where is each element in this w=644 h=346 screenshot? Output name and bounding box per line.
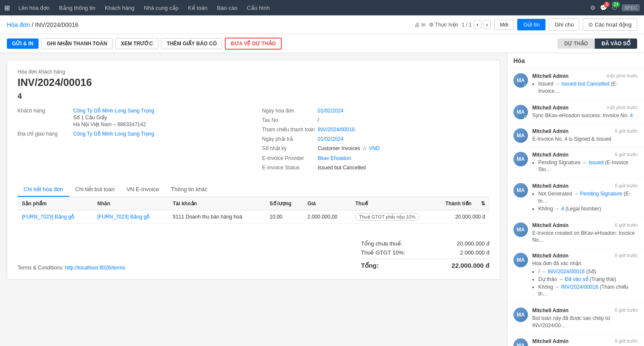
- prev-button[interactable]: ‹: [474, 20, 481, 29]
- nav-ke-toan[interactable]: Kế toán: [185, 5, 211, 11]
- xemtruoc-button[interactable]: XEM TRƯỚC: [115, 38, 158, 49]
- thuchien-button[interactable]: ⚙ Thực hiện: [429, 22, 458, 28]
- chat-name-1: Mitchell Admin: [532, 105, 569, 111]
- nav-nha-cung-cap[interactable]: Nhà cung cấp: [140, 5, 182, 11]
- nav-bao-cao[interactable]: Báo cáo: [214, 5, 241, 11]
- chat-body-1: Mitchell Admin một phút trước Sync BKav-…: [532, 105, 638, 119]
- chat-name-3: Mitchell Admin: [532, 152, 569, 158]
- thamchieu-value[interactable]: INV/2024/00016: [318, 127, 355, 133]
- invoice-left-fields: Khách hàng Công Ty Gỗ Minh Long Sang Trọ…: [18, 108, 245, 174]
- currency-sep: ở: [363, 145, 366, 152]
- pagination-text: 1 / 1: [462, 22, 471, 28]
- tab-thongtin-khac[interactable]: Thông tin khác: [165, 183, 213, 197]
- chat-name-0: Mitchell Admin: [532, 73, 569, 79]
- chat-item-3: MA Mitchell Admin 6 giờ trước Pending Si…: [507, 148, 644, 179]
- tab-vn-einvoice[interactable]: VN E-Invoice: [120, 183, 165, 197]
- ghichu-button[interactable]: Ghi chú: [549, 18, 579, 31]
- invoice-table: Sản phẩm Nhãn Tài khoản Số lượng Giá Thu…: [18, 197, 489, 224]
- field-ngayphaitra: Ngày phải trả 01/02/2024: [262, 136, 489, 142]
- diachigiao-value[interactable]: Công Ty Gỗ Minh Long Sang Trọng: [73, 131, 154, 137]
- chat-text-5: E-Invoice created on BKav-eHoadon: Invoi…: [532, 230, 638, 244]
- tab-chitiet-hoadon[interactable]: Chi tiết hóa đơn: [18, 183, 69, 197]
- address2: Hà Nội Việt Nam – 8863347142: [73, 121, 154, 127]
- ngayphaitra-value[interactable]: 01/02/2024: [318, 136, 343, 142]
- nav-khach-hang[interactable]: Khách hàng: [101, 5, 138, 11]
- pagination: 1 / 1 ‹ ›: [462, 20, 491, 29]
- chat-text-3: Pending Signature → Issued (E-Invoice St…: [532, 159, 638, 174]
- chat-item-6: MA Mitchell Admin 6 giờ trước Hóa đơn đã…: [507, 248, 644, 303]
- avatar-5: MA: [513, 222, 528, 237]
- chat-body-7: Mitchell Admin 6 giờ trước Bút toán này …: [532, 308, 638, 329]
- terms-link[interactable]: http://localhost:8026/terms: [65, 265, 125, 271]
- avatar-8: MA: [513, 338, 528, 346]
- chat-time-7: 6 giờ trước: [615, 308, 638, 313]
- duaveduthao-button[interactable]: ĐƯA VỀ DỰ THẢO: [225, 38, 282, 50]
- field-sonhatky: Số nhật ký Customer Invoices ở VND: [262, 145, 489, 152]
- guiin-button[interactable]: GỬI & IN: [7, 38, 39, 49]
- chat-item-0: MA Mitchell Admin một phút trước Issued …: [507, 69, 644, 101]
- ghinhanthanhtoan-button[interactable]: GHI NHẬN THANH TOÁN: [41, 38, 113, 49]
- cell-taikhoan: 5111 Doanh thu bán hàng hoá: [169, 210, 265, 224]
- chat-item-5: MA Mitchell Admin 6 giờ trước E-Invoice …: [507, 218, 644, 249]
- chat-name-7: Mitchell Admin: [532, 308, 569, 313]
- col-taikhoan: Tài khoản: [169, 197, 265, 210]
- sidebar-chat: Hóa MA Mitchell Admin một phút trước Iss…: [507, 53, 644, 346]
- cell-nhan[interactable]: [FURN_7023] Bảng gỗ: [93, 210, 168, 224]
- chat-icon[interactable]: 💬8: [600, 4, 607, 11]
- print-button[interactable]: 🖨 In: [414, 22, 425, 28]
- ngayhoadon-value[interactable]: 01/02/2024: [318, 108, 343, 114]
- hoatdong-button[interactable]: ⊙ Các hoạt động: [583, 18, 637, 31]
- themgiaybao-button[interactable]: THÊM GIẤY BÁO CÓ: [161, 38, 222, 49]
- field-einvoice-status: E-Invoice Status Issued but Cancelled: [262, 165, 489, 171]
- breadcrumb-base[interactable]: Hóa đơn: [7, 21, 30, 28]
- chat-item-1: MA Mitchell Admin một phút trước Sync BK…: [507, 101, 644, 124]
- guitin-button[interactable]: Gửi tin: [517, 19, 546, 30]
- chat-item-7: MA Mitchell Admin 6 giờ trước Bút toán n…: [507, 303, 644, 334]
- chat-name-8: Mitchell Admin: [532, 338, 569, 344]
- address1: Số 1 Cầu Giấy: [73, 115, 154, 121]
- status-area: DỰ THẢO ĐÃ VÀO SỔ: [558, 38, 637, 49]
- invoice-footer-terms: Terms & Conditions: http://localhost:802…: [18, 265, 125, 271]
- invoice-number: INV/2024/00016: [18, 77, 489, 89]
- col-nhan: Nhãn: [93, 197, 168, 210]
- avatar-3: MA: [513, 152, 528, 166]
- chat-text-7: Bút toán này đã được sao chép từ INV/202…: [532, 315, 638, 329]
- chat-item-8: MA Mitchell Admin 6 giờ trước Hóa đơn đã…: [507, 334, 644, 346]
- nav-bang-thong-tin[interactable]: Bảng thông tin: [56, 5, 99, 11]
- main-layout: Hóa đơn khách hàng INV/2024/00016 4 Khác…: [0, 53, 644, 346]
- currency[interactable]: VND: [369, 145, 379, 151]
- apps-icon[interactable]: ⊞: [4, 4, 10, 12]
- chat-body-2: Mitchell Admin 6 giờ trước E-Invoice No.…: [532, 128, 638, 143]
- einvoice-provider-value[interactable]: Bkav Ehoadon: [318, 155, 351, 161]
- status-duthao[interactable]: DỰ THẢO: [558, 38, 595, 49]
- avatar-0: MA: [513, 73, 528, 88]
- breadcrumb-sep: /: [32, 21, 35, 28]
- action-bar: GỬI & IN GHI NHẬN THANH TOÁN XEM TRƯỚC T…: [0, 34, 644, 53]
- invoice-card: Hóa đơn khách hàng INV/2024/00016 4 Khác…: [7, 60, 500, 280]
- taxno-label: Tax No: [262, 117, 318, 123]
- col-thue: Thuế: [351, 197, 441, 210]
- cell-gia: 2.000.000,00: [303, 210, 351, 224]
- cell-thanhtien: 20.000.000 đ: [441, 210, 489, 224]
- invoice-fields: Khách hàng Công Ty Gỗ Minh Long Sang Trọ…: [18, 108, 489, 174]
- page-header: Hóa đơn / INV/2024/00016 🖨 In ⚙ Thực hiệ…: [0, 15, 644, 34]
- thamchieu-label: Tham chiếu thanh toán: [262, 127, 318, 133]
- avatar-7: MA: [513, 308, 528, 322]
- totals: Tổng chưa thuế: 20.000.000 đ Thuế GTGT 1…: [361, 239, 489, 271]
- cell-sanpham[interactable]: [FURN_7023] Bảng gỗ: [18, 210, 93, 224]
- settings-icon[interactable]: ⚙: [590, 4, 596, 11]
- sidebar-title: Hóa: [507, 53, 644, 69]
- activity-icon[interactable]: ⏱24: [611, 4, 617, 11]
- chat-time-1: một phút trước: [607, 105, 638, 111]
- nav-cau-hinh[interactable]: Cấu hình: [243, 5, 273, 11]
- chat-text-4: Not Generated → Pending Signature (E-In……: [532, 190, 638, 212]
- field-einvoice-provider: E-Invoice Provider Bkav Ehoadon: [262, 155, 489, 161]
- chat-body-6: Mitchell Admin 6 giờ trước Hóa đơn đã xá…: [532, 253, 638, 299]
- status-davanso[interactable]: ĐÃ VÀO SỔ: [595, 38, 637, 49]
- tab-chitiet-butto[interactable]: Chi tiết bút toán: [69, 183, 121, 197]
- new-button[interactable]: Mới: [494, 20, 514, 30]
- avatar-2: MA: [513, 128, 528, 143]
- nav-len-hoa-don[interactable]: Lên hóa đơn: [15, 5, 53, 11]
- khachhang-value[interactable]: Công Ty Gỗ Minh Long Sang Trọng: [73, 108, 154, 114]
- next-button[interactable]: ›: [483, 20, 491, 29]
